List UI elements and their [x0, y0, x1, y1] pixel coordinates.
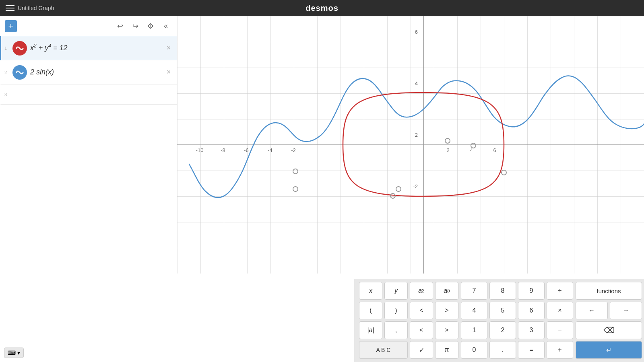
- keyboard-toggle-button[interactable]: ⌨ ▾: [4, 348, 24, 358]
- key-decimal[interactable]: .: [489, 341, 516, 359]
- expr-icon-2: [12, 65, 27, 80]
- expression-row-3[interactable]: 3: [0, 84, 177, 105]
- app-title: desmos: [305, 4, 339, 13]
- key-close-paren[interactable]: ): [384, 302, 408, 319]
- key-pi[interactable]: π: [435, 341, 458, 359]
- keyboard-toggle-area: ⌨ ▾: [4, 348, 24, 358]
- expr-close-2[interactable]: ×: [163, 67, 174, 78]
- key-y[interactable]: y: [384, 282, 408, 300]
- key-5[interactable]: 5: [489, 302, 516, 319]
- expr-text-2[interactable]: 2 sin(x): [30, 68, 163, 76]
- key-8[interactable]: 8: [489, 282, 516, 300]
- svg-text:-2: -2: [413, 183, 418, 189]
- expr-icon-1: [12, 41, 27, 56]
- key-2[interactable]: 2: [489, 321, 516, 339]
- key-section-right: functions ← → ⌫ ↵: [576, 282, 642, 359]
- key-x[interactable]: x: [359, 282, 382, 300]
- expr-number-2: 2: [2, 70, 9, 75]
- key-equals[interactable]: =: [518, 341, 545, 359]
- expression-row-1[interactable]: 1 x2 + y4 = 12 ×: [0, 36, 177, 60]
- expr-close-1[interactable]: ×: [163, 43, 174, 54]
- settings-button[interactable]: ⚙: [144, 20, 157, 32]
- expr-text-1[interactable]: x2 + y4 = 12: [30, 44, 163, 52]
- key-geq[interactable]: ≥: [435, 321, 458, 339]
- key-6[interactable]: 6: [518, 302, 545, 319]
- collapse-panel-button[interactable]: «: [160, 20, 172, 32]
- expr-number-3: 3: [2, 92, 9, 97]
- expression-toolbar: + ↩ ↪ ⚙ «: [0, 16, 177, 36]
- svg-text:-10: -10: [196, 147, 204, 153]
- redo-button[interactable]: ↪: [129, 20, 141, 32]
- svg-text:-4: -4: [268, 147, 272, 153]
- keyboard-icon: ⌨: [8, 350, 16, 356]
- main-layout: + ↩ ↪ ⚙ « 1 x2 + y4 = 12 ×: [0, 16, 644, 362]
- svg-text:6: 6: [493, 147, 496, 153]
- key-right-arrow[interactable]: →: [610, 302, 642, 319]
- key-abc[interactable]: A B C: [359, 341, 408, 359]
- keyboard-toggle-arrow: ▾: [17, 350, 20, 356]
- key-plus[interactable]: +: [547, 341, 573, 359]
- undo-button[interactable]: ↩: [114, 20, 126, 32]
- key-open-paren[interactable]: (: [359, 302, 382, 319]
- key-leq[interactable]: ≤: [410, 321, 433, 339]
- key-section-mid: 7 8 9 ÷ 4 5 6 × 1 2 3 − 0 . = +: [461, 282, 573, 359]
- key-7[interactable]: 7: [461, 282, 487, 300]
- key-abs[interactable]: |a|: [359, 321, 382, 339]
- expression-list: 1 x2 + y4 = 12 × 2: [0, 36, 177, 362]
- key-less-than[interactable]: <: [410, 302, 433, 319]
- add-expression-button[interactable]: +: [5, 20, 17, 32]
- key-3[interactable]: 3: [518, 321, 545, 339]
- key-checkmark[interactable]: ✓: [410, 341, 433, 359]
- key-left-arrow[interactable]: ←: [576, 302, 608, 319]
- svg-text:2: 2: [415, 132, 418, 138]
- svg-text:-2: -2: [291, 147, 296, 153]
- key-backspace[interactable]: ⌫: [576, 321, 642, 339]
- key-9[interactable]: 9: [518, 282, 545, 300]
- key-greater-than[interactable]: >: [435, 302, 458, 319]
- key-4[interactable]: 4: [461, 302, 487, 319]
- svg-text:2: 2: [446, 147, 449, 153]
- expression-row-2[interactable]: 2 2 sin(x) ×: [0, 60, 177, 84]
- key-minus[interactable]: −: [547, 321, 573, 339]
- key-divide[interactable]: ÷: [547, 282, 573, 300]
- svg-text:4: 4: [415, 80, 418, 86]
- svg-text:-8: -8: [221, 147, 225, 153]
- graph-area[interactable]: -10 -8 -6 -4 -2 2 4 6 6 4 2 -2: [177, 16, 644, 362]
- svg-text:6: 6: [415, 29, 418, 35]
- document-name[interactable]: Untitled Graph: [18, 5, 54, 11]
- topbar: Untitled Graph desmos: [0, 0, 644, 16]
- key-1[interactable]: 1: [461, 321, 487, 339]
- key-functions[interactable]: functions: [576, 282, 642, 300]
- hamburger-menu[interactable]: [6, 5, 14, 11]
- key-a-squared[interactable]: a2: [410, 282, 433, 300]
- graph-svg: -10 -8 -6 -4 -2 2 4 6 6 4 2 -2: [177, 16, 644, 274]
- expr-number-1: 1: [2, 46, 9, 51]
- svg-text:-6: -6: [244, 147, 249, 153]
- key-section-left: x y a2 ab ( ) < > |a| , ≤ ≥ A B C ✓ π: [359, 282, 458, 359]
- key-multiply[interactable]: ×: [547, 302, 573, 319]
- calculator-keyboard: x y a2 ab ( ) < > |a| , ≤ ≥ A B C ✓ π 7 …: [354, 279, 644, 362]
- key-enter[interactable]: ↵: [576, 341, 642, 359]
- left-panel: + ↩ ↪ ⚙ « 1 x2 + y4 = 12 ×: [0, 16, 177, 362]
- key-a-power-b[interactable]: ab: [435, 282, 458, 300]
- key-0[interactable]: 0: [461, 341, 487, 359]
- key-comma[interactable]: ,: [384, 321, 408, 339]
